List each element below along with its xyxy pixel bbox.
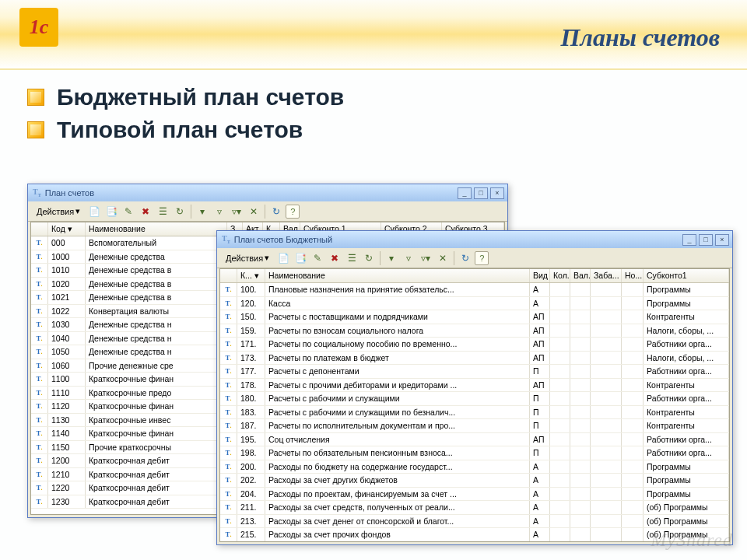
toolbar: Действия▾ 📄 📑 ✎ ✖ ☰ ↻ ▾ ▿ ▿▾ ✕ ↻ ?: [28, 201, 507, 222]
actions-menu[interactable]: Действия▾: [32, 205, 85, 218]
toolbar: Действия▾ 📄 📑 ✎ ✖ ☰ ↻ ▾ ▿ ▿▾ ✕ ↻ ?: [217, 248, 732, 268]
help-icon[interactable]: ?: [286, 205, 300, 219]
table-row[interactable]: T.187.Расчеты по исполнительным документ…: [220, 419, 729, 433]
table-row[interactable]: T.211.Расходы за счет средств, полученны…: [220, 501, 729, 515]
actions-menu[interactable]: Действия▾: [221, 251, 274, 264]
table-row[interactable]: T.198.Расчеты по обязательным пенсионным…: [220, 446, 729, 460]
slide-title: Планы счетов: [561, 23, 720, 52]
minimize-button[interactable]: _: [458, 187, 472, 199]
table-row[interactable]: T.177.Расчеты с депонентамиПРаботники ор…: [220, 365, 729, 379]
filter2-icon[interactable]: ▿: [401, 250, 416, 266]
delete-icon[interactable]: ✖: [327, 250, 342, 266]
col-name[interactable]: Наименование: [86, 222, 227, 236]
table-row[interactable]: T.204.Расходы по проектам, финансируемым…: [220, 488, 729, 502]
table-row[interactable]: T.173.Расчеты по платежам в бюджетАПНало…: [220, 352, 729, 366]
table-row[interactable]: T.100.Плановые назначения на принятие об…: [220, 283, 729, 297]
table-row[interactable]: T.195.Соц отчисленияАПРаботники орга...: [220, 433, 729, 447]
table-row[interactable]: T.178.Расчеты с прочими дебиторами и кре…: [220, 379, 729, 393]
col-no[interactable]: Но...: [622, 269, 644, 282]
refresh-icon[interactable]: ↻: [268, 204, 284, 219]
filter3-icon[interactable]: ▿▾: [229, 204, 244, 219]
clear-filter-icon[interactable]: ✕: [435, 250, 451, 266]
table-row[interactable]: T.180.Расчеты с рабочими и служащимиПРаб…: [220, 392, 729, 406]
close-button[interactable]: ×: [490, 187, 504, 199]
separator: [380, 251, 381, 265]
table-row[interactable]: T.202.Расходы за счет других бюджетовАПр…: [220, 474, 729, 488]
logo-text: 1c: [30, 16, 49, 39]
separator: [265, 205, 265, 219]
refresh-icon[interactable]: ↻: [458, 250, 473, 266]
col-val[interactable]: Вал.: [570, 269, 591, 282]
hierarchy-icon[interactable]: ☰: [155, 204, 170, 219]
table-row[interactable]: T.200.Расходы по бюджету на содержание г…: [220, 460, 729, 474]
grid-header: К... ▾ Наименование Вид Кол. Вал. Заба..…: [220, 269, 729, 283]
slide-header: 1c Планы счетов: [0, 0, 747, 70]
bullet-icon: [27, 121, 44, 138]
table-row[interactable]: T.215.Расходы за счет прочих фондовА(об)…: [220, 528, 729, 541]
col-code[interactable]: К... ▾: [237, 269, 265, 282]
table-row[interactable]: T.159.Расчеты по взносам социального нал…: [220, 324, 729, 338]
move-icon[interactable]: ↻: [172, 204, 188, 219]
add-icon[interactable]: 📄: [86, 204, 102, 219]
add-group-icon[interactable]: 📑: [293, 250, 308, 266]
bullet-2-text: Типовой план счетов: [57, 117, 303, 143]
maximize-button[interactable]: □: [699, 234, 713, 246]
bullet-icon: [27, 89, 44, 106]
close-button[interactable]: ×: [715, 234, 729, 246]
titlebar[interactable]: Tт План счетов _ □ ×: [28, 184, 507, 201]
window-title: План счетов: [45, 188, 458, 198]
titlebar[interactable]: Tт План счетов Бюджетный _ □ ×: [217, 231, 732, 248]
logo-1c: 1c: [19, 8, 62, 51]
table-row[interactable]: T.120.КассаАПрограммы: [220, 297, 729, 311]
separator: [454, 251, 454, 265]
filter3-icon[interactable]: ▿▾: [418, 250, 433, 266]
filter2-icon[interactable]: ▿: [212, 204, 227, 219]
minimize-button[interactable]: _: [682, 234, 696, 246]
bullet-2: Типовой план счетов: [27, 117, 720, 143]
bullet-1-text: Бюджетный план счетов: [57, 84, 344, 110]
col-kol[interactable]: Кол.: [550, 269, 570, 282]
bullet-list: Бюджетный план счетов Типовой план счето…: [0, 70, 747, 143]
filter-icon[interactable]: ▾: [384, 250, 399, 266]
help-icon[interactable]: ?: [475, 251, 489, 265]
add-group-icon[interactable]: 📑: [103, 204, 119, 219]
hierarchy-icon[interactable]: ☰: [344, 250, 359, 266]
add-icon[interactable]: 📄: [275, 250, 291, 266]
app-icon: Tт: [33, 187, 41, 198]
window-title: План счетов Бюджетный: [234, 235, 682, 244]
filter-icon[interactable]: ▾: [195, 204, 210, 219]
grid-body[interactable]: T.100.Плановые назначения на принятие об…: [220, 283, 729, 541]
col-name[interactable]: Наименование: [265, 269, 530, 282]
separator: [191, 205, 191, 219]
table-row[interactable]: T.171.Расчеты по социальному пособию по …: [220, 338, 729, 352]
col-zaba[interactable]: Заба...: [591, 269, 622, 282]
col-vid[interactable]: Вид: [530, 269, 550, 282]
table-row[interactable]: T.183.Расчеты с рабочими и служащими по …: [220, 406, 729, 420]
edit-icon[interactable]: ✎: [121, 204, 136, 219]
delete-icon[interactable]: ✖: [138, 204, 153, 219]
grid[interactable]: К... ▾ Наименование Вид Кол. Вал. Заба..…: [219, 268, 730, 542]
edit-icon[interactable]: ✎: [310, 250, 325, 266]
col-code[interactable]: Код ▾: [48, 222, 86, 236]
table-row[interactable]: T.150.Расчеты с поставщиками и подрядчик…: [220, 310, 729, 324]
maximize-button[interactable]: □: [474, 187, 488, 199]
move-icon[interactable]: ↻: [361, 250, 377, 266]
window-plan-schetov-budget[interactable]: Tт План счетов Бюджетный _ □ × Действия▾…: [216, 230, 733, 545]
table-row[interactable]: T.213.Расходы за счет денег от спонсорск…: [220, 515, 729, 529]
clear-filter-icon[interactable]: ✕: [246, 204, 261, 219]
col-subkonto1[interactable]: Субконто1: [644, 269, 729, 282]
bullet-1: Бюджетный план счетов: [27, 84, 720, 110]
app-icon: Tт: [222, 234, 230, 245]
